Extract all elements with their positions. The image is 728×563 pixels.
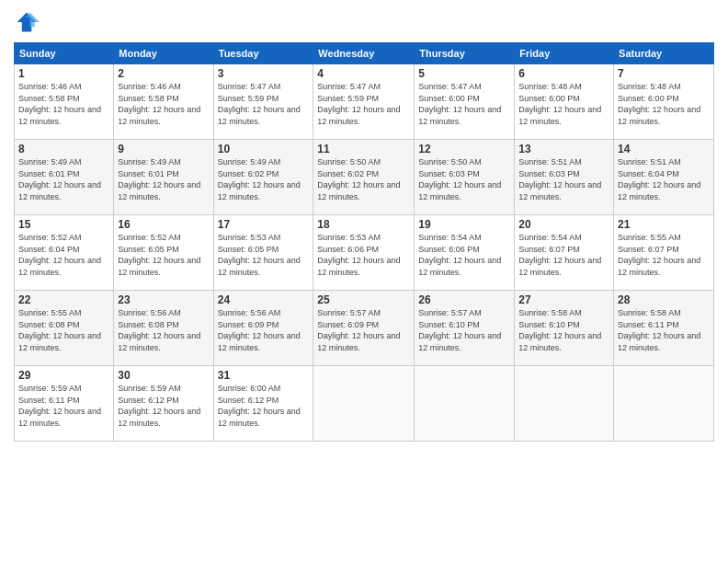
day-info: Sunrise: 5:49 AM Sunset: 6:01 PM Dayligh…	[118, 156, 209, 202]
day-number: 18	[317, 218, 410, 231]
calendar-cell: 27 Sunrise: 5:58 AM Sunset: 6:10 PM Dayl…	[515, 291, 614, 366]
day-info: Sunrise: 5:49 AM Sunset: 6:01 PM Dayligh…	[18, 156, 109, 202]
calendar-cell	[313, 366, 415, 442]
day-number: 26	[418, 293, 510, 306]
day-number: 29	[18, 369, 109, 382]
day-number: 19	[418, 218, 510, 231]
day-info: Sunrise: 5:54 AM Sunset: 6:06 PM Dayligh…	[418, 232, 510, 278]
calendar-cell: 3 Sunrise: 5:47 AM Sunset: 5:59 PM Dayli…	[213, 64, 313, 140]
calendar-cell: 25 Sunrise: 5:57 AM Sunset: 6:09 PM Dayl…	[313, 291, 415, 366]
calendar-cell	[614, 366, 714, 442]
day-info: Sunrise: 5:47 AM Sunset: 5:59 PM Dayligh…	[317, 81, 410, 127]
calendar-cell: 1 Sunrise: 5:46 AM Sunset: 5:58 PM Dayli…	[15, 64, 114, 140]
day-info: Sunrise: 5:59 AM Sunset: 6:11 PM Dayligh…	[18, 383, 109, 429]
day-info: Sunrise: 6:00 AM Sunset: 6:12 PM Dayligh…	[218, 383, 310, 429]
calendar-cell: 13 Sunrise: 5:51 AM Sunset: 6:03 PM Dayl…	[515, 140, 614, 215]
day-number: 10	[218, 143, 310, 155]
calendar-cell: 6 Sunrise: 5:48 AM Sunset: 6:00 PM Dayli…	[515, 64, 614, 140]
weekday-header: Saturday	[614, 43, 714, 64]
weekday-header: Tuesday	[213, 43, 313, 64]
day-number: 28	[618, 293, 710, 306]
day-info: Sunrise: 5:51 AM Sunset: 6:04 PM Dayligh…	[618, 156, 710, 202]
day-number: 13	[518, 143, 609, 155]
day-number: 17	[218, 218, 310, 231]
day-info: Sunrise: 5:58 AM Sunset: 6:10 PM Dayligh…	[518, 307, 609, 353]
calendar-cell: 28 Sunrise: 5:58 AM Sunset: 6:11 PM Dayl…	[614, 291, 714, 366]
day-info: Sunrise: 5:49 AM Sunset: 6:02 PM Dayligh…	[218, 156, 310, 202]
calendar-cell: 14 Sunrise: 5:51 AM Sunset: 6:04 PM Dayl…	[614, 140, 714, 215]
calendar-cell	[415, 366, 515, 442]
calendar-cell	[515, 366, 614, 442]
day-info: Sunrise: 5:59 AM Sunset: 6:12 PM Dayligh…	[118, 383, 209, 429]
calendar-cell: 17 Sunrise: 5:53 AM Sunset: 6:05 PM Dayl…	[213, 215, 313, 291]
calendar-cell: 22 Sunrise: 5:55 AM Sunset: 6:08 PM Dayl…	[15, 291, 114, 366]
day-info: Sunrise: 5:50 AM Sunset: 6:03 PM Dayligh…	[418, 156, 510, 202]
header	[14, 9, 714, 35]
calendar-cell: 30 Sunrise: 5:59 AM Sunset: 6:12 PM Dayl…	[114, 366, 213, 442]
day-number: 5	[418, 67, 510, 80]
day-number: 9	[118, 143, 209, 155]
calendar-cell: 26 Sunrise: 5:57 AM Sunset: 6:10 PM Dayl…	[415, 291, 515, 366]
calendar-cell: 9 Sunrise: 5:49 AM Sunset: 6:01 PM Dayli…	[114, 140, 213, 215]
logo-icon	[14, 9, 40, 35]
day-info: Sunrise: 5:57 AM Sunset: 6:10 PM Dayligh…	[418, 307, 510, 353]
day-info: Sunrise: 5:48 AM Sunset: 6:00 PM Dayligh…	[518, 81, 609, 127]
calendar-cell: 23 Sunrise: 5:56 AM Sunset: 6:08 PM Dayl…	[114, 291, 213, 366]
day-number: 16	[118, 218, 209, 231]
calendar-cell: 8 Sunrise: 5:49 AM Sunset: 6:01 PM Dayli…	[15, 140, 114, 215]
day-number: 12	[418, 143, 510, 155]
weekday-header: Wednesday	[313, 43, 415, 64]
calendar-cell: 18 Sunrise: 5:53 AM Sunset: 6:06 PM Dayl…	[313, 215, 415, 291]
day-info: Sunrise: 5:52 AM Sunset: 6:04 PM Dayligh…	[18, 232, 109, 278]
calendar-cell: 21 Sunrise: 5:55 AM Sunset: 6:07 PM Dayl…	[614, 215, 714, 291]
calendar-cell: 29 Sunrise: 5:59 AM Sunset: 6:11 PM Dayl…	[15, 366, 114, 442]
calendar-cell: 11 Sunrise: 5:50 AM Sunset: 6:02 PM Dayl…	[313, 140, 415, 215]
day-info: Sunrise: 5:55 AM Sunset: 6:08 PM Dayligh…	[18, 307, 109, 353]
calendar-cell: 24 Sunrise: 5:56 AM Sunset: 6:09 PM Dayl…	[213, 291, 313, 366]
calendar-cell: 31 Sunrise: 6:00 AM Sunset: 6:12 PM Dayl…	[213, 366, 313, 442]
day-info: Sunrise: 5:48 AM Sunset: 6:00 PM Dayligh…	[618, 81, 710, 127]
logo	[14, 9, 43, 35]
day-info: Sunrise: 5:50 AM Sunset: 6:02 PM Dayligh…	[317, 156, 410, 202]
day-info: Sunrise: 5:58 AM Sunset: 6:11 PM Dayligh…	[618, 307, 710, 353]
day-number: 21	[618, 218, 710, 231]
calendar-cell: 12 Sunrise: 5:50 AM Sunset: 6:03 PM Dayl…	[415, 140, 515, 215]
weekday-header: Sunday	[15, 43, 114, 64]
day-number: 11	[317, 143, 410, 155]
day-info: Sunrise: 5:52 AM Sunset: 6:05 PM Dayligh…	[118, 232, 209, 278]
calendar-cell: 20 Sunrise: 5:54 AM Sunset: 6:07 PM Dayl…	[515, 215, 614, 291]
day-number: 2	[118, 67, 209, 80]
day-number: 15	[18, 218, 109, 231]
day-info: Sunrise: 5:47 AM Sunset: 5:59 PM Dayligh…	[218, 81, 310, 127]
calendar-cell: 10 Sunrise: 5:49 AM Sunset: 6:02 PM Dayl…	[213, 140, 313, 215]
day-info: Sunrise: 5:55 AM Sunset: 6:07 PM Dayligh…	[618, 232, 710, 278]
day-number: 30	[118, 369, 209, 382]
weekday-header: Thursday	[415, 43, 515, 64]
calendar-cell: 2 Sunrise: 5:46 AM Sunset: 5:58 PM Dayli…	[114, 64, 213, 140]
calendar-table: SundayMondayTuesdayWednesdayThursdayFrid…	[14, 42, 714, 442]
day-number: 14	[618, 143, 710, 155]
calendar-container: SundayMondayTuesdayWednesdayThursdayFrid…	[0, 0, 728, 563]
calendar-cell: 15 Sunrise: 5:52 AM Sunset: 6:04 PM Dayl…	[15, 215, 114, 291]
day-number: 27	[518, 293, 609, 306]
calendar-cell: 5 Sunrise: 5:47 AM Sunset: 6:00 PM Dayli…	[415, 64, 515, 140]
day-number: 4	[317, 67, 410, 80]
weekday-header: Friday	[515, 43, 614, 64]
day-number: 20	[518, 218, 609, 231]
day-number: 22	[18, 293, 109, 306]
day-info: Sunrise: 5:56 AM Sunset: 6:08 PM Dayligh…	[118, 307, 209, 353]
calendar-cell: 7 Sunrise: 5:48 AM Sunset: 6:00 PM Dayli…	[614, 64, 714, 140]
day-number: 7	[618, 67, 710, 80]
calendar-cell: 19 Sunrise: 5:54 AM Sunset: 6:06 PM Dayl…	[415, 215, 515, 291]
day-number: 24	[218, 293, 310, 306]
calendar-cell: 4 Sunrise: 5:47 AM Sunset: 5:59 PM Dayli…	[313, 64, 415, 140]
day-info: Sunrise: 5:47 AM Sunset: 6:00 PM Dayligh…	[418, 81, 510, 127]
day-info: Sunrise: 5:56 AM Sunset: 6:09 PM Dayligh…	[218, 307, 310, 353]
day-number: 31	[218, 369, 310, 382]
day-info: Sunrise: 5:53 AM Sunset: 6:05 PM Dayligh…	[218, 232, 310, 278]
day-info: Sunrise: 5:51 AM Sunset: 6:03 PM Dayligh…	[518, 156, 609, 202]
day-number: 8	[18, 143, 109, 155]
day-info: Sunrise: 5:53 AM Sunset: 6:06 PM Dayligh…	[317, 232, 410, 278]
day-number: 25	[317, 293, 410, 306]
day-info: Sunrise: 5:57 AM Sunset: 6:09 PM Dayligh…	[317, 307, 410, 353]
